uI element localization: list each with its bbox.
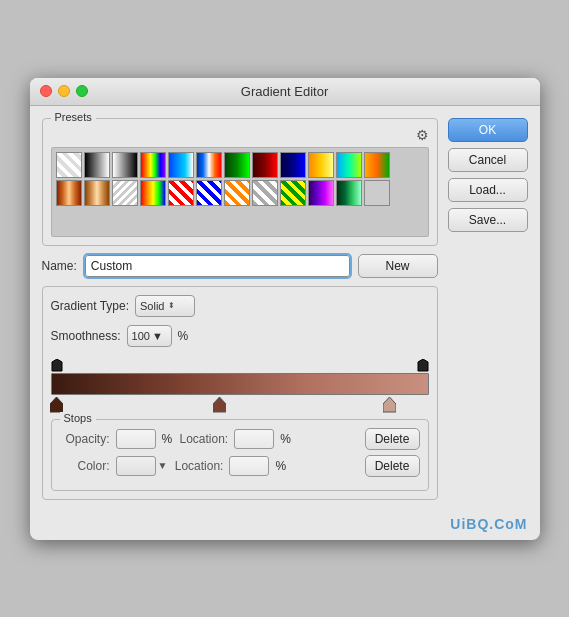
gradient-type-label: Gradient Type: [51,299,130,313]
color-display[interactable] [116,456,156,476]
presets-header: ⚙ [51,127,429,143]
gradient-type-value: Solid [140,300,164,312]
color-stop-row: Color: ▼ Location: % Delete [60,455,420,477]
presets-row-2 [56,180,424,206]
preset-swatch-21[interactable] [280,180,306,206]
presets-row-1 [56,152,424,178]
maximize-button[interactable] [76,85,88,97]
svg-marker-3 [213,397,226,412]
preset-swatch-2[interactable] [84,152,110,178]
opacity-stop-left[interactable] [51,359,63,376]
preset-swatch-5[interactable] [168,152,194,178]
titlebar: Gradient Editor [30,78,540,106]
preset-swatch-24[interactable] [364,180,390,206]
delete-color-button[interactable]: Delete [365,455,420,477]
ok-button[interactable]: OK [448,118,528,142]
minimize-button[interactable] [58,85,70,97]
preset-swatch-4[interactable] [140,152,166,178]
smoothness-label: Smoothness: [51,329,121,343]
smoothness-unit: % [178,329,189,343]
preset-swatch-6[interactable] [196,152,222,178]
name-label: Name: [42,259,77,273]
color-stop-3[interactable] [383,397,396,416]
opacity-input[interactable] [116,429,156,449]
preset-swatch-10[interactable] [308,152,334,178]
opacity-location-unit: % [280,432,291,446]
right-panel: OK Cancel Load... Save... [448,118,528,500]
color-arrow[interactable]: ▼ [158,460,168,471]
bottom-stops [51,397,429,415]
preset-swatch-18[interactable] [196,180,222,206]
svg-marker-2 [50,397,63,412]
opacity-stop-row: Opacity: % Location: % Delete [60,428,420,450]
preset-swatch-17[interactable] [168,180,194,206]
preset-swatch-14[interactable] [84,180,110,206]
gradient-type-select[interactable]: Solid ⬍ [135,295,195,317]
preset-swatch-7[interactable] [224,152,250,178]
opacity-stop-right[interactable] [417,359,429,376]
name-row: Name: New [42,254,438,278]
new-button[interactable]: New [358,254,438,278]
preset-swatch-22[interactable] [308,180,334,206]
gradient-editor-window: Gradient Editor Presets ⚙ [30,78,540,540]
stops-section: Stops Opacity: % Location: % Delete Colo… [51,419,429,491]
name-input[interactable] [85,255,350,277]
opacity-location-label: Location: [178,432,228,446]
traffic-lights [40,85,88,97]
color-location-input[interactable] [229,456,269,476]
delete-opacity-button[interactable]: Delete [365,428,420,450]
preset-swatch-20[interactable] [252,180,278,206]
presets-label: Presets [51,111,96,123]
smoothness-value: 100 [132,330,150,342]
presets-grid-container [51,147,429,237]
gradient-type-row: Gradient Type: Solid ⬍ [51,295,429,317]
top-stops [51,357,429,371]
smoothness-row: Smoothness: 100 ▼ % [51,325,429,347]
opacity-field-label: Opacity: [60,432,110,446]
smoothness-arrow: ▼ [152,330,163,342]
load-button[interactable]: Load... [448,178,528,202]
gear-icon[interactable]: ⚙ [416,127,429,143]
gradient-bar-container [51,357,429,415]
preset-swatch-1[interactable] [56,152,82,178]
color-display-container: ▼ [116,456,168,476]
color-field-label: Color: [60,459,110,473]
left-panel: Presets ⚙ [42,118,438,500]
preset-swatch-3[interactable] [112,152,138,178]
preset-swatch-11[interactable] [336,152,362,178]
preset-swatch-12[interactable] [364,152,390,178]
svg-marker-1 [418,359,428,371]
preset-swatch-8[interactable] [252,152,278,178]
watermark: UiBQ.CoM [30,512,540,540]
preset-swatch-19[interactable] [224,180,250,206]
cancel-button[interactable]: Cancel [448,148,528,172]
svg-marker-0 [52,359,62,371]
smoothness-select[interactable]: 100 ▼ [127,325,172,347]
gradient-type-arrow: ⬍ [168,301,175,310]
preset-swatch-15[interactable] [112,180,138,206]
svg-marker-4 [383,397,396,412]
stops-section-label: Stops [60,412,96,424]
color-location-unit: % [275,459,286,473]
main-content: Presets ⚙ [30,106,540,512]
gradient-options: Gradient Type: Solid ⬍ Smoothness: 100 ▼… [42,286,438,500]
window-title: Gradient Editor [241,84,328,99]
presets-group: Presets ⚙ [42,118,438,246]
opacity-location-input[interactable] [234,429,274,449]
preset-swatch-23[interactable] [336,180,362,206]
preset-swatch-9[interactable] [280,152,306,178]
save-button[interactable]: Save... [448,208,528,232]
color-location-label: Location: [173,459,223,473]
close-button[interactable] [40,85,52,97]
color-stop-2[interactable] [213,397,226,416]
preset-swatch-16[interactable] [140,180,166,206]
preset-swatch-13[interactable] [56,180,82,206]
opacity-unit: % [162,432,173,446]
gradient-bar[interactable] [51,373,429,395]
